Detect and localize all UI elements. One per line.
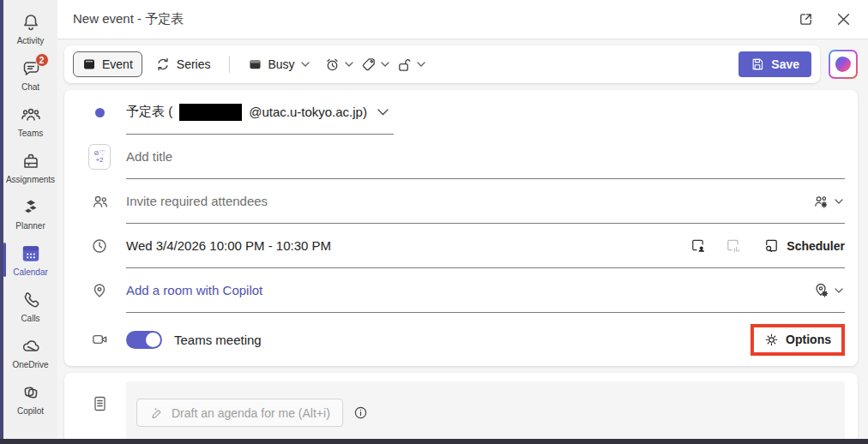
red-highlight-box: Options bbox=[750, 324, 845, 356]
calendar-select[interactable]: 予定表 ( @utac.u-tokyo.ac.jp) bbox=[126, 90, 394, 135]
sidebar-item-chat[interactable]: 2 Chat bbox=[3, 51, 57, 98]
datetime-row: Wed 3/4/2026 10:00 PM - 10:30 PM bbox=[64, 224, 858, 268]
title-input[interactable]: Add title bbox=[126, 135, 845, 179]
privacy-lock-dropdown[interactable] bbox=[395, 53, 427, 76]
event-form-card: 予定表 ( @utac.u-tokyo.ac.jp) ⊘♡+2 bbox=[64, 90, 858, 366]
phone-icon bbox=[21, 289, 41, 311]
options-label: Options bbox=[786, 333, 831, 346]
save-label: Save bbox=[771, 57, 799, 71]
location-options-dropdown[interactable] bbox=[811, 279, 845, 302]
planner-icon bbox=[21, 196, 41, 219]
dialog-titlebar: New event - 予定表 bbox=[57, 0, 868, 39]
alarm-clock-icon bbox=[324, 57, 341, 73]
series-tab-button[interactable]: Series bbox=[146, 51, 220, 78]
info-icon[interactable] bbox=[353, 405, 368, 420]
sidebar-item-label: Chat bbox=[21, 82, 39, 92]
chevron-down-icon bbox=[835, 199, 843, 204]
teams-meeting-row: Teams meeting bbox=[64, 313, 858, 366]
room-field[interactable]: Add a room with Copilot bbox=[126, 268, 845, 313]
sidebar-item-copilot[interactable]: Copilot bbox=[3, 375, 57, 422]
add-room-copilot-link[interactable]: Add a room with Copilot bbox=[126, 283, 262, 297]
suggested-times-icon[interactable] bbox=[683, 237, 713, 254]
attendee-options-dropdown[interactable] bbox=[811, 190, 845, 213]
toolbar-card: Event Series bbox=[64, 45, 820, 83]
busy-label: Busy bbox=[268, 57, 295, 71]
teams-meeting-label: Teams meeting bbox=[174, 333, 262, 347]
event-emoji-picker-button[interactable]: ⊘♡+2 bbox=[88, 144, 111, 170]
reminder-dropdown[interactable] bbox=[322, 53, 355, 76]
sidebar-item-onedrive[interactable]: OneDrive bbox=[3, 329, 57, 375]
calendar-picker-row: 予定表 ( @utac.u-tokyo.ac.jp) bbox=[64, 90, 858, 135]
sidebar-item-label: OneDrive bbox=[12, 360, 48, 369]
meeting-options-button[interactable]: Options bbox=[764, 333, 831, 347]
location-settings-icon bbox=[813, 282, 830, 298]
popout-icon[interactable] bbox=[798, 11, 814, 27]
gear-icon bbox=[764, 333, 779, 347]
scheduler-label: Scheduler bbox=[787, 239, 845, 253]
sidebar-item-calendar[interactable]: Calendar bbox=[3, 237, 57, 283]
sidebar-item-assignments[interactable]: Assignments bbox=[3, 144, 57, 190]
cloud-icon bbox=[20, 335, 42, 357]
floppy-disk-icon bbox=[750, 57, 764, 71]
chevron-down-icon bbox=[417, 62, 425, 67]
toolbar-row: Event Series bbox=[64, 45, 858, 83]
clock-icon bbox=[88, 237, 111, 255]
calendar-icon bbox=[20, 243, 42, 265]
copilot-button[interactable] bbox=[829, 50, 858, 79]
attendees-placeholder: Invite required attendees bbox=[126, 194, 268, 208]
copilot-icon bbox=[21, 381, 41, 404]
lock-open-icon bbox=[396, 57, 413, 73]
redacted-email bbox=[179, 104, 242, 121]
teams-meeting-toggle[interactable] bbox=[126, 331, 162, 349]
sidebar-item-planner[interactable]: Planner bbox=[3, 190, 57, 237]
event-calendar-icon bbox=[82, 57, 96, 71]
title-row: ⊘♡+2 Add title bbox=[64, 135, 858, 179]
new-event-dialog: New event - 予定表 bbox=[57, 0, 868, 444]
attendees-row: Invite required attendees bbox=[64, 179, 858, 224]
scheduler-button[interactable]: Scheduler bbox=[763, 237, 845, 254]
calendar-color-dot bbox=[88, 108, 111, 117]
people-icon bbox=[88, 193, 111, 210]
scheduler-icon bbox=[763, 237, 780, 254]
show-as-busy-dropdown[interactable]: Busy bbox=[238, 51, 319, 77]
backpack-icon bbox=[21, 150, 41, 172]
teams-window: Activity 2 Chat T bbox=[0, 0, 868, 444]
notes-card: Draft an agenda for me (Alt+i) bbox=[64, 373, 858, 444]
agenda-editor[interactable]: Draft an agenda for me (Alt+i) bbox=[126, 381, 845, 444]
people-settings-icon bbox=[812, 194, 830, 209]
window-edge-bottom bbox=[0, 439, 868, 444]
dialog-title: New event - 予定表 bbox=[73, 11, 184, 27]
location-icon bbox=[88, 282, 111, 299]
teams-people-icon bbox=[20, 104, 42, 126]
tag-icon bbox=[360, 57, 377, 73]
chevron-down-icon bbox=[301, 62, 310, 67]
sidebar-item-calls[interactable]: Calls bbox=[3, 283, 57, 329]
series-tab-label: Series bbox=[177, 57, 211, 71]
close-icon[interactable] bbox=[836, 12, 851, 27]
chevron-down-icon bbox=[345, 62, 353, 67]
sidebar-item-teams[interactable]: Teams bbox=[3, 98, 57, 144]
sidebar-item-label: Activity bbox=[17, 36, 45, 45]
titlebar-actions bbox=[798, 11, 851, 27]
datetime-value: Wed 3/4/2026 10:00 PM - 10:30 PM bbox=[126, 238, 331, 253]
sidebar-item-label: Assignments bbox=[6, 175, 55, 184]
save-button[interactable]: Save bbox=[738, 51, 811, 77]
bell-icon bbox=[21, 11, 41, 33]
sidebar-item-label: Copilot bbox=[17, 406, 44, 416]
chevron-down-icon bbox=[377, 109, 389, 116]
draft-agenda-button[interactable]: Draft an agenda for me (Alt+i) bbox=[136, 399, 343, 427]
category-tag-dropdown[interactable] bbox=[359, 53, 391, 76]
app-sidebar: Activity 2 Chat T bbox=[3, 0, 57, 444]
title-placeholder: Add title bbox=[126, 149, 172, 164]
sidebar-item-label: Planner bbox=[15, 221, 45, 231]
datetime-field[interactable]: Wed 3/4/2026 10:00 PM - 10:30 PM bbox=[126, 224, 845, 268]
sidebar-item-activity[interactable]: Activity bbox=[3, 5, 57, 51]
busy-status-icon bbox=[248, 57, 262, 71]
calendar-name-suffix: @utac.u-tokyo.ac.jp) bbox=[249, 105, 367, 119]
draft-agenda-label: Draft an agenda for me (Alt+i) bbox=[172, 406, 330, 420]
sparkle-pen-icon bbox=[149, 405, 164, 420]
chat-icon: 2 bbox=[21, 57, 41, 80]
attendees-input[interactable]: Invite required attendees bbox=[126, 179, 845, 224]
event-tab-button[interactable]: Event bbox=[73, 51, 142, 77]
chevron-down-icon bbox=[835, 288, 843, 293]
